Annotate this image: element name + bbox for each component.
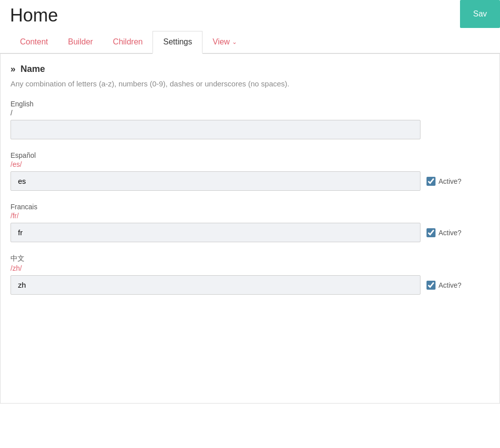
field-chinese-label: 中文 [10, 254, 490, 263]
field-chinese-active-checkbox[interactable] [426, 281, 436, 290]
field-espanol-active-checkbox[interactable] [426, 177, 436, 186]
field-francais-label: Francais [10, 203, 490, 211]
field-espanol-path: /es/ [10, 160, 490, 168]
field-francais: Francais /fr/ Active? [10, 203, 490, 242]
active-text-fr: Active? [438, 229, 462, 237]
section-description: Any combination of letters (a-z), number… [10, 79, 490, 88]
field-francais-path: /fr/ [10, 212, 490, 220]
field-francais-active-label[interactable]: Active? [426, 228, 462, 237]
tab-settings[interactable]: Settings [152, 31, 202, 54]
field-chinese: 中文 /zh/ Active? [10, 254, 490, 295]
tab-view-label: View [212, 37, 230, 46]
field-espanol-row: Active? [10, 171, 490, 191]
section-title: » Name [10, 64, 490, 74]
field-espanol-active-label[interactable]: Active? [426, 177, 462, 186]
active-text-zh: Active? [438, 281, 462, 289]
field-francais-row: Active? [10, 223, 490, 242]
field-espanol-label: Español [10, 151, 490, 159]
field-english-path: / [10, 109, 490, 117]
tab-content[interactable]: Content [10, 31, 58, 54]
tab-children[interactable]: Children [103, 31, 153, 54]
field-espanol-input[interactable] [10, 171, 420, 191]
field-english-row [10, 120, 490, 139]
page-title: Home [10, 5, 58, 26]
field-chinese-path: /zh/ [10, 264, 490, 272]
tab-view[interactable]: View ⌄ [202, 31, 246, 54]
field-francais-input[interactable] [10, 223, 420, 242]
section-chevrons-icon: » [10, 64, 16, 74]
field-english-input[interactable] [10, 120, 420, 139]
tab-builder[interactable]: Builder [58, 31, 103, 54]
field-english: English / [10, 100, 490, 139]
section-heading: Name [20, 64, 45, 74]
main-content: » Name Any combination of letters (a-z),… [0, 54, 500, 404]
active-text: Active? [438, 177, 462, 185]
page-header: Home [0, 0, 500, 26]
field-chinese-row: Active? [10, 275, 490, 295]
field-chinese-active-label[interactable]: Active? [426, 281, 462, 290]
field-english-label: English [10, 100, 490, 108]
chevron-down-icon: ⌄ [232, 38, 237, 45]
field-chinese-input[interactable] [10, 275, 420, 295]
field-francais-active-checkbox[interactable] [426, 228, 436, 237]
tabs-bar: Content Builder Children Settings View ⌄ [0, 31, 500, 54]
field-espanol: Español /es/ Active? [10, 151, 490, 191]
save-button[interactable]: Sav [460, 0, 500, 28]
